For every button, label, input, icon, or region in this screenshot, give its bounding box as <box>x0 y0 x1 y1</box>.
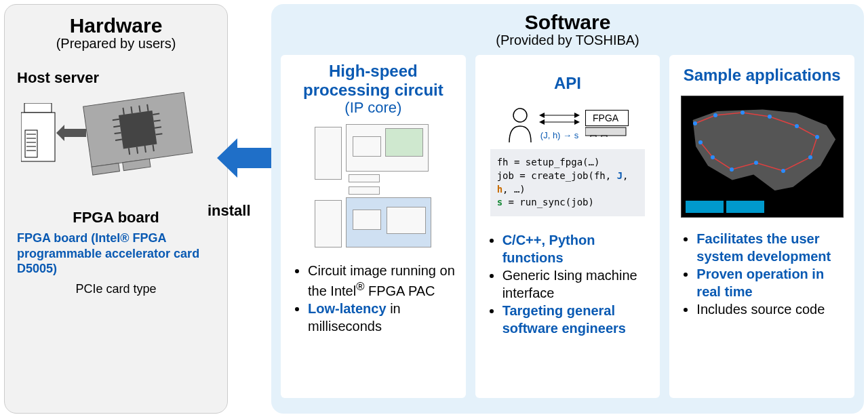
api-fpga-box: FPGA <box>585 110 629 126</box>
card-api: API (J, h) → s FPGA <box>475 55 660 398</box>
software-title: Software <box>281 11 854 34</box>
svg-point-45 <box>815 135 819 139</box>
svg-line-14 <box>113 126 120 127</box>
sample-bullet-3: Includes source code <box>696 300 846 318</box>
svg-line-23 <box>139 106 140 113</box>
svg-point-51 <box>698 140 703 144</box>
svg-marker-29 <box>217 138 275 178</box>
ipcore-bullet-2: Low-latency in milliseconds <box>308 300 458 335</box>
card-sample-apps: Sample applications <box>669 55 854 398</box>
api-bullet-3: Targeting general software engineers <box>502 302 652 337</box>
double-arrow-icon <box>539 110 580 126</box>
svg-point-41 <box>713 113 717 117</box>
svg-line-18 <box>154 120 161 121</box>
svg-marker-32 <box>574 113 580 118</box>
fpga-board-description: FPGA board (Intel® FPGA programmable acc… <box>17 231 215 277</box>
svg-line-25 <box>129 148 130 155</box>
card-ipcore-subtitle: (IP core) <box>289 99 458 117</box>
host-server-label: Host server <box>17 69 215 87</box>
card-api-title: API <box>484 74 652 93</box>
api-bullet-1: C/C++, Python functions <box>502 231 652 266</box>
hardware-panel: Hardware (Prepared by users) Host server <box>4 4 228 414</box>
svg-rect-12 <box>119 111 157 148</box>
svg-line-16 <box>115 140 122 140</box>
svg-point-47 <box>781 169 785 173</box>
card-ipcore: High-speed processing circuit (IP core) <box>281 55 466 398</box>
hardware-graphic <box>17 91 215 213</box>
server-icon <box>21 103 62 164</box>
sample-bullets: Facilitates the user system development … <box>677 230 846 318</box>
svg-rect-0 <box>24 103 52 113</box>
sample-bullet-2: Proven operation in real time <box>696 265 846 300</box>
svg-line-22 <box>131 106 132 113</box>
svg-point-42 <box>741 111 745 115</box>
sample-bullet-1: Facilitates the user system development <box>696 230 846 265</box>
hardware-subtitle: (Prepared by users) <box>17 36 215 52</box>
svg-line-17 <box>153 114 159 115</box>
svg-point-46 <box>808 155 812 159</box>
install-arrow-icon <box>217 136 275 180</box>
hardware-title: Hardware <box>17 14 215 37</box>
svg-point-44 <box>795 124 799 128</box>
svg-rect-38 <box>591 136 596 137</box>
connector-arrow-icon <box>56 123 86 142</box>
svg-point-43 <box>768 115 772 119</box>
svg-line-19 <box>155 127 161 127</box>
svg-line-24 <box>147 104 148 111</box>
svg-line-27 <box>145 146 146 153</box>
api-jh-label: (J, h) → s <box>539 130 580 140</box>
svg-marker-36 <box>539 119 545 125</box>
svg-point-30 <box>513 108 527 122</box>
sample-illustration <box>677 89 846 224</box>
api-code-sample: fh = setup_fpga(…) job = create_job(fh, … <box>490 149 646 216</box>
svg-line-20 <box>155 134 162 134</box>
card-ipcore-title: High-speed processing circuit <box>289 62 458 99</box>
svg-line-28 <box>153 144 153 151</box>
svg-point-50 <box>711 155 715 159</box>
svg-point-49 <box>730 167 734 172</box>
ipcore-illustration <box>289 121 458 256</box>
svg-line-26 <box>137 147 138 154</box>
svg-marker-35 <box>574 119 580 125</box>
user-icon <box>507 106 534 144</box>
ipcore-bullets: Circuit image running on the Intel® FPGA… <box>289 262 458 335</box>
usa-map-icon <box>681 96 844 218</box>
api-bullet-2: Generic Ising machine interface <box>502 266 652 302</box>
svg-point-40 <box>693 121 697 125</box>
pcie-label: PCIe card type <box>17 282 215 296</box>
software-cards: High-speed processing circuit (IP core) <box>281 55 854 398</box>
api-illustration: (J, h) → s FPGA fh = setup_fpga(…) job =… <box>484 97 652 226</box>
svg-line-15 <box>115 133 121 134</box>
svg-line-21 <box>123 108 123 115</box>
fpga-card-icon <box>80 89 198 178</box>
software-subtitle: (Provided by TOSHIBA) <box>281 33 854 48</box>
svg-rect-39 <box>601 136 607 137</box>
card-sample-title: Sample applications <box>677 66 846 85</box>
svg-marker-33 <box>539 113 545 118</box>
api-bullets: C/C++, Python functions Generic Ising ma… <box>484 231 652 337</box>
ipcore-bullet-1: Circuit image running on the Intel® FPGA… <box>308 262 458 300</box>
svg-marker-8 <box>56 125 86 141</box>
fpga-chip-icon <box>585 126 629 137</box>
svg-rect-37 <box>585 127 626 136</box>
install-label: install <box>208 202 251 220</box>
svg-line-13 <box>113 119 119 120</box>
svg-point-48 <box>754 161 758 165</box>
software-panel: Software (Provided by TOSHIBA) High-spee… <box>271 4 864 414</box>
